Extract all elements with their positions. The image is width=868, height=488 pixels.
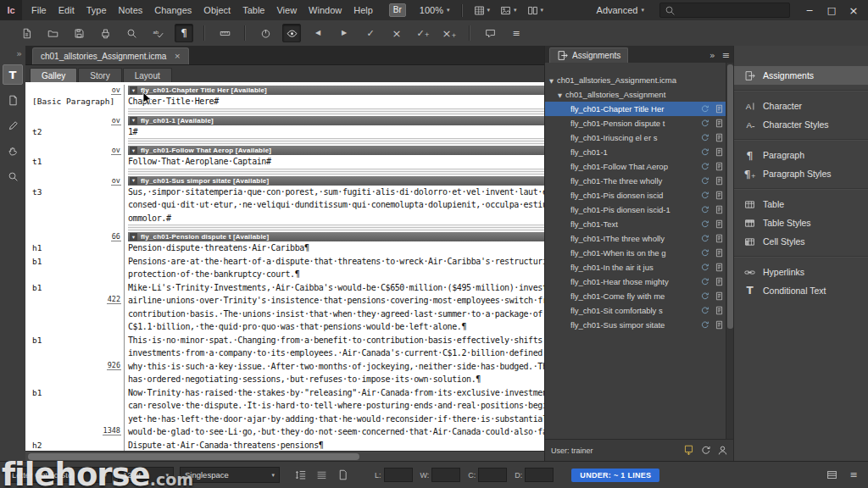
font-family-select[interactable]: Letter Gothic Std ▾ (7, 467, 112, 483)
page-button[interactable] (335, 468, 350, 483)
collapse-triangle-icon[interactable]: ▼ (130, 147, 137, 154)
restore-button[interactable]: □ (822, 3, 841, 18)
assignment-story-item[interactable]: fly_ch01-IThe three wholly (545, 231, 726, 246)
galley-text-line[interactable]: Follow·That·Aeroplane·Captain# (128, 155, 559, 169)
reject-all-changes-button[interactable]: ×+ (440, 24, 459, 42)
next-change-button[interactable]: ▶ (335, 24, 353, 42)
image-button[interactable]: ▾ (495, 0, 522, 20)
dock-item-paragraph-styles[interactable]: ¶+Paragraph Styles (734, 164, 868, 183)
assignment-story-item[interactable]: fly_ch01-In the air it jus (545, 260, 726, 274)
galley-text-line[interactable]: Pensions·are·at·the·heart·of·a·dispute·t… (128, 255, 559, 269)
field-input[interactable] (431, 468, 460, 482)
scroll-thumb[interactable] (28, 453, 359, 460)
story-section-header[interactable]: ▼fly_ch01-Chapter Title Her [Available] (128, 86, 559, 95)
double-chevron-icon[interactable]: » (709, 51, 715, 60)
info-button[interactable] (824, 468, 839, 483)
dock-item-paragraph[interactable]: ¶Paragraph (734, 146, 868, 164)
bridge-button[interactable]: Br (389, 3, 406, 17)
assignment-story-item[interactable]: fly_ch01-Hear those mighty (545, 274, 726, 289)
assignment-story-item[interactable]: fly_ch01-Come fly with me (545, 289, 726, 303)
pencil-tool[interactable] (3, 115, 23, 136)
galley-text-line[interactable]: why·this·is·such·a·key·issue.·After·two·… (128, 360, 559, 374)
menu-notes[interactable]: Notes (113, 0, 149, 20)
view-tab-story[interactable]: Story (78, 68, 121, 83)
power-button[interactable] (256, 24, 275, 42)
view-tab-layout[interactable]: Layout (123, 68, 172, 83)
galley-text-line[interactable]: Dispute·at·Air·Canada·threatens·pensions… (128, 439, 559, 452)
note-tool[interactable] (3, 90, 23, 110)
previous-change-button[interactable]: ◀ (309, 24, 327, 42)
dock-item-table[interactable]: Table (734, 195, 868, 214)
galley-text-line[interactable]: This·is·no·minor·spat.·Changing·from·a·b… (128, 334, 559, 347)
print-button[interactable] (96, 24, 114, 42)
menu-edit[interactable]: Edit (53, 0, 81, 20)
text-ruler-button[interactable] (215, 24, 234, 42)
story-section-header[interactable]: ▼fly_ch01-1 [Available] (128, 116, 559, 125)
menu-type[interactable]: Type (81, 0, 113, 20)
dock-item-table-styles[interactable]: Table Styles (734, 214, 868, 232)
field-input[interactable] (478, 468, 507, 482)
galley-text-line[interactable]: 1# (128, 125, 559, 139)
document-tab[interactable]: ch01_allstories_Assignment.icma × (32, 47, 189, 64)
dock-item-character-styles[interactable]: ACharacter Styles (734, 115, 868, 134)
update-content-button[interactable] (700, 445, 711, 458)
galley-text-line[interactable]: Mike·Li's·Trinity·Investments,·Air·Caibb… (128, 281, 559, 295)
galley-text-line[interactable]: has·ordered·negotiating·sessions,·but·re… (128, 373, 559, 386)
assignment-story-item[interactable]: fly_ch01-1 (545, 145, 726, 159)
font-size-select[interactable]: 12 pt ▾ (118, 467, 174, 483)
galley-text-line[interactable]: Sus,·simpor·sitatemperia·que·con·porest,… (128, 186, 559, 199)
track-changes-eye-button[interactable] (282, 24, 301, 42)
accept-change-button[interactable]: ✓ (361, 24, 380, 42)
hand-tool[interactable] (3, 141, 23, 161)
line-spacing-button[interactable] (292, 468, 308, 483)
close-icon[interactable]: × (174, 53, 181, 60)
galley-text-line[interactable]: consed·qui·dit·ut·etur,·ne·veliqui·dundi… (128, 198, 559, 212)
story-section-header[interactable]: ▼fly_ch01-Pension dispute t [Available] (128, 232, 559, 241)
assignment-story-item[interactable]: fly_ch01-The three wholly (545, 174, 726, 188)
assignment-story-item[interactable]: fly_ch01-Pis dionsen iscid (545, 188, 726, 202)
dock-item-conditional-text[interactable]: TConditional Text (734, 281, 868, 300)
columns-button[interactable]: ▾ (522, 0, 549, 20)
menu-file[interactable]: File (25, 0, 53, 20)
assignment-story-item[interactable]: fly_ch01-Iriuscing el er s (545, 130, 726, 145)
story-section-header[interactable]: ▼fly_ch01-Sus simpor sitate [Available] (128, 176, 559, 186)
galley-text-line[interactable]: yet·he·has·left·the·door·ajar·by·adding·… (128, 413, 559, 426)
collapse-triangle-icon[interactable]: ▼ (130, 177, 137, 185)
galley-text-line[interactable]: protection·of·the·bankruptcy·court.¶ (128, 268, 559, 281)
menu-window[interactable]: Window (303, 0, 348, 20)
workspace-switcher[interactable]: Advanced ▾ (592, 5, 649, 15)
type-tool[interactable]: T (3, 64, 23, 85)
zoom-tool[interactable] (3, 166, 23, 186)
line-spacing-select[interactable]: Singlespace ▾ (180, 467, 280, 483)
galley-text-line[interactable]: C$1.1·billion,·the·quid·pro·quo·was·that… (128, 320, 559, 334)
collapse-triangle-icon[interactable]: ▼ (130, 86, 137, 94)
update-design-button[interactable] (683, 445, 694, 458)
galley-text-line[interactable]: Now·Trinity·has·raised·the·stakes·by·"re… (128, 386, 559, 400)
galley-text-line[interactable]: ommolor.# (128, 212, 559, 225)
reject-change-button[interactable]: × (387, 24, 406, 42)
assignment-story-item[interactable]: fly_ch01-Follow That Aerop (545, 159, 726, 174)
spellcheck-button[interactable]: ab (148, 24, 167, 42)
dock-item-character[interactable]: ACharacter (734, 97, 868, 115)
galley-text-line[interactable]: Chapter·Title·Here# (128, 95, 559, 108)
view-tab-galley[interactable]: Galley (30, 68, 77, 83)
scroll-thumb[interactable] (727, 64, 733, 329)
copyfit-status-badge[interactable]: UNDER: ~ 1 LINES (571, 469, 659, 482)
field-input[interactable] (384, 468, 413, 482)
assignment-story-item[interactable]: fly_ch01-When its on the g (545, 246, 726, 260)
menu-changes[interactable]: Changes (148, 0, 198, 20)
galley-text-line[interactable]: can·resolve·the·dispute.·It·is·hard·to·t… (128, 399, 559, 413)
dock-item-cell-styles[interactable]: Cell Styles (734, 232, 868, 251)
assignment-story-item[interactable]: fly_ch01-Text (545, 217, 726, 231)
galley-text-line[interactable]: would·be·glad·to·see·Li·go,·but·they·do·… (128, 425, 559, 439)
dock-item-assignments[interactable]: Assignments (734, 66, 868, 85)
assignment-story-item[interactable]: fly_ch01-Chapter Title Her (545, 102, 726, 116)
show-hidden-characters-button[interactable]: ¶ (175, 24, 193, 42)
menu-table[interactable]: Table (236, 0, 270, 20)
collapse-triangle-icon[interactable]: ▼ (130, 233, 137, 241)
assignment-story-item[interactable]: fly_ch01-Pension dispute t (545, 116, 726, 130)
assignments-panel-tab[interactable]: Assignments (549, 47, 628, 63)
menu-object[interactable]: Object (198, 0, 236, 20)
search-button[interactable] (122, 24, 141, 42)
panel-menu-button[interactable]: ≡ (507, 24, 526, 42)
